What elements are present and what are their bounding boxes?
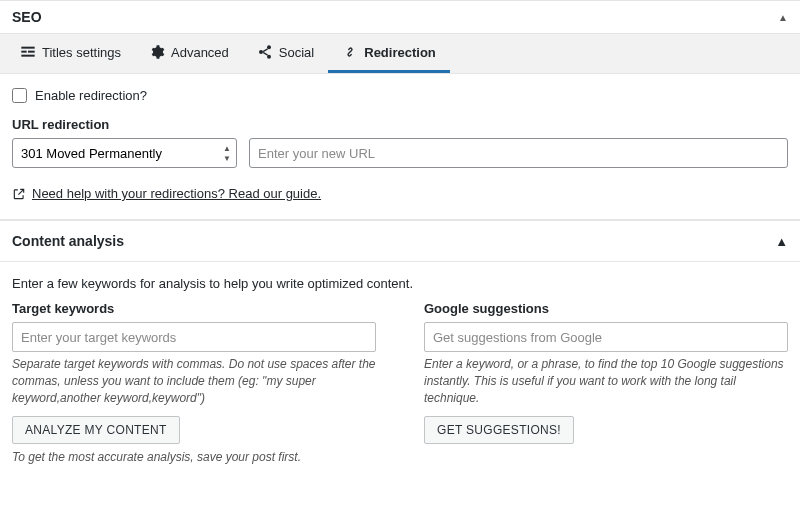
- google-suggestions-input[interactable]: [424, 322, 788, 352]
- content-analysis-header[interactable]: Content analysis ▲: [0, 220, 800, 262]
- target-keywords-column: Target keywords Separate target keywords…: [12, 301, 376, 464]
- tab-label: Titles settings: [42, 45, 121, 60]
- tab-advanced[interactable]: Advanced: [135, 34, 243, 73]
- svg-point-6: [267, 55, 271, 59]
- svg-rect-3: [21, 55, 34, 57]
- google-suggestions-column: Google suggestions Enter a keyword, or a…: [424, 301, 788, 464]
- redirection-section: Enable redirection? URL redirection 301 …: [0, 74, 800, 220]
- collapse-icon: ▲: [778, 12, 788, 23]
- enable-redirection-label: Enable redirection?: [35, 88, 147, 103]
- gear-icon: [149, 44, 165, 60]
- svg-rect-1: [21, 51, 26, 53]
- collapse-icon: ▲: [775, 234, 788, 249]
- seo-panel-header[interactable]: SEO ▲: [0, 0, 800, 34]
- tab-label: Advanced: [171, 45, 229, 60]
- analyze-note: To get the most accurate analysis, save …: [12, 450, 376, 464]
- svg-point-4: [267, 45, 271, 49]
- tab-social[interactable]: Social: [243, 34, 328, 73]
- content-analysis-intro: Enter a few keywords for analysis to hel…: [0, 262, 800, 301]
- tab-label: Social: [279, 45, 314, 60]
- analyze-content-button[interactable]: ANALYZE MY CONTENT: [12, 416, 180, 444]
- get-suggestions-button[interactable]: GET SUGGESTIONS!: [424, 416, 574, 444]
- url-redirection-label: URL redirection: [12, 117, 788, 132]
- external-link-icon: [12, 187, 26, 201]
- redirection-url-input[interactable]: [249, 138, 788, 168]
- tab-label: Redirection: [364, 45, 436, 60]
- target-keywords-input[interactable]: [12, 322, 376, 352]
- seo-panel-title: SEO: [12, 9, 42, 25]
- link-icon: [342, 44, 358, 60]
- share-icon: [257, 44, 273, 60]
- tab-redirection[interactable]: Redirection: [328, 34, 450, 73]
- titles-icon: [20, 44, 36, 60]
- redirection-type-select[interactable]: 301 Moved Permanently: [12, 138, 237, 168]
- seo-tabs: Titles settings Advanced Social Redirect…: [0, 34, 800, 74]
- target-keywords-help: Separate target keywords with commas. Do…: [12, 356, 376, 406]
- svg-rect-0: [21, 47, 34, 49]
- google-suggestions-label: Google suggestions: [424, 301, 788, 316]
- target-keywords-label: Target keywords: [12, 301, 376, 316]
- content-analysis-title: Content analysis: [12, 233, 124, 249]
- svg-point-5: [259, 50, 263, 54]
- svg-rect-2: [28, 51, 35, 53]
- tab-titles-settings[interactable]: Titles settings: [6, 34, 135, 73]
- enable-redirection-checkbox[interactable]: [12, 88, 27, 103]
- google-suggestions-help: Enter a keyword, or a phrase, to find th…: [424, 356, 788, 406]
- redirection-help-link[interactable]: Need help with your redirections? Read o…: [32, 186, 321, 201]
